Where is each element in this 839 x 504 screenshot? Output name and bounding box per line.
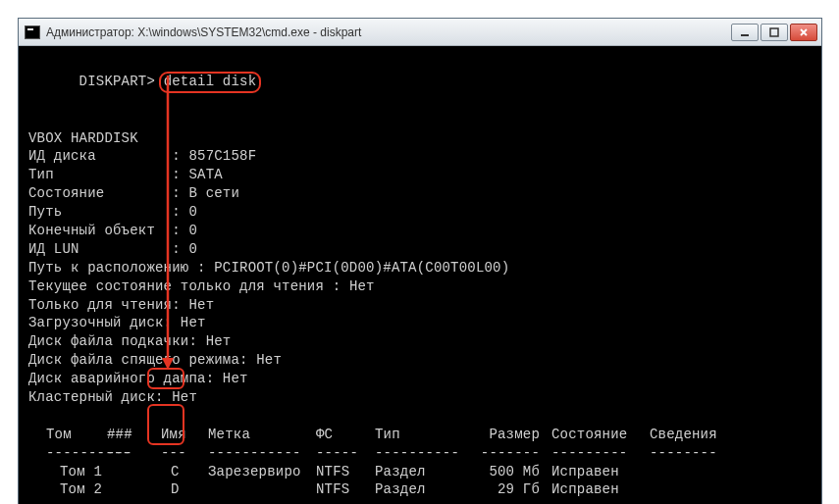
cell-name: D xyxy=(161,480,208,499)
maximize-button[interactable] xyxy=(760,24,788,41)
window-title: Администратор: X:\windows\SYSTEM32\cmd.e… xyxy=(46,25,731,39)
table-row: Том 1CЗарезервироNTFSРаздел500 МбИсправе… xyxy=(28,463,815,481)
detail-bool-line: Только для чтения: Нет xyxy=(28,296,815,315)
col-fs: ФС xyxy=(316,426,375,444)
detail-line: Тип : SATA xyxy=(28,166,815,184)
command-text: detail disk xyxy=(164,74,257,89)
cell-type: Раздел xyxy=(375,463,463,481)
detail-bool-line: Диск файла спящего режима: Нет xyxy=(28,351,815,370)
cell-info xyxy=(650,480,728,499)
blank-line xyxy=(28,499,815,504)
cell-fs: NTFS xyxy=(316,463,375,481)
cell-info xyxy=(650,463,728,481)
prompt-label: DISKPART> xyxy=(79,74,155,89)
col-tom: Том xyxy=(28,426,107,444)
blank-line xyxy=(28,111,815,129)
table-row: Том 2DNTFSРаздел29 ГбИсправен xyxy=(28,480,815,499)
blank-line xyxy=(28,407,815,426)
col-size: Размер xyxy=(463,426,551,444)
cell-num xyxy=(107,480,161,499)
cell-fs: NTFS xyxy=(316,480,375,499)
cell-size: 500 Мб xyxy=(463,463,551,481)
disk-name: VBOX HARDDISK xyxy=(28,129,815,148)
title-bar[interactable]: Администратор: X:\windows\SYSTEM32\cmd.e… xyxy=(19,19,821,46)
svg-rect-1 xyxy=(770,28,778,36)
col-name: Имя xyxy=(161,426,208,444)
detail-location: Путь к расположению : PCIROOT(0)#PCI(0D0… xyxy=(28,259,815,277)
detail-bool-line: Загрузочный диск: Нет xyxy=(28,314,815,332)
cell-label xyxy=(208,480,316,499)
cell-name: C xyxy=(161,463,208,481)
cell-status: Исправен xyxy=(551,463,650,481)
svg-rect-0 xyxy=(741,34,749,36)
detail-bool-line: Кластерный диск: Нет xyxy=(28,388,815,407)
col-num: ### xyxy=(107,426,161,444)
detail-line: ИД диска : 857C158F xyxy=(28,147,815,166)
cell-status: Исправен xyxy=(551,480,650,499)
detail-line: Путь : 0 xyxy=(28,203,815,222)
cell-tom: Том 1 xyxy=(28,463,107,481)
close-button[interactable] xyxy=(790,24,817,41)
detail-line: Состояние : В сети xyxy=(28,184,815,203)
col-status: Состояние xyxy=(551,426,650,444)
cell-num xyxy=(107,463,161,481)
minimize-button[interactable] xyxy=(731,24,759,41)
volume-table-divider: ---------- --- --- ----------- ----- ---… xyxy=(28,444,815,463)
maximize-icon xyxy=(769,27,779,37)
detail-bool-line: Диск файла подкачки: Нет xyxy=(28,332,815,351)
detail-bool-line: Диск аварийного дампа: Нет xyxy=(28,370,815,388)
cell-label: Зарезервиро xyxy=(208,463,316,481)
cell-tom: Том 2 xyxy=(28,480,107,499)
detail-line: Конечный объект : 0 xyxy=(28,222,815,240)
cmd-window: Администратор: X:\windows\SYSTEM32\cmd.e… xyxy=(18,18,822,504)
col-label: Метка xyxy=(208,426,316,444)
col-info: Сведения xyxy=(650,426,728,444)
cmd-icon xyxy=(25,25,40,39)
window-controls xyxy=(731,24,817,41)
detail-readonly-state: Текущее состояние только для чтения : Не… xyxy=(28,277,815,296)
minimize-icon xyxy=(740,27,750,37)
prompt-line: DISKPART> detail disk xyxy=(28,54,815,111)
cell-size: 29 Гб xyxy=(463,480,551,499)
cell-type: Раздел xyxy=(375,480,463,499)
console-output[interactable]: DISKPART> detail disk VBOX HARDDISK ИД д… xyxy=(19,46,821,504)
detail-line: ИД LUN : 0 xyxy=(28,240,815,259)
volume-table-header: Том ### Имя Метка ФС Тип Размер Состояни… xyxy=(28,426,815,444)
col-type: Тип xyxy=(375,426,463,444)
command-highlight: detail disk xyxy=(160,73,261,92)
close-icon xyxy=(799,27,809,37)
